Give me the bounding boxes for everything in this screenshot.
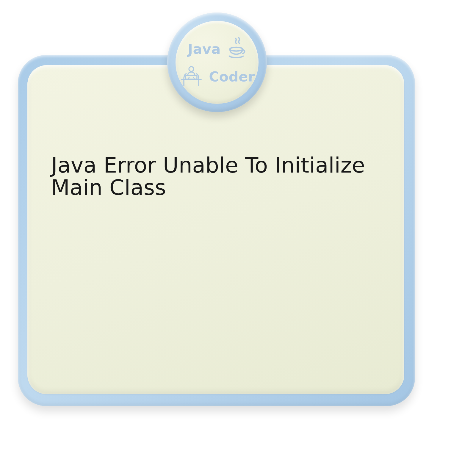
logo-badge: Java bbox=[167, 12, 267, 112]
logo-badge-inner: Java bbox=[176, 21, 259, 104]
logo-word-java: Java bbox=[188, 42, 221, 56]
svg-point-1 bbox=[189, 67, 194, 71]
logo-word-coder: Coder bbox=[209, 70, 255, 84]
developer-at-desk-icon bbox=[179, 65, 203, 88]
card-panel bbox=[27, 65, 404, 394]
svg-rect-3 bbox=[186, 76, 197, 79]
java-cup-icon bbox=[226, 37, 246, 61]
logo-row-bottom: Coder bbox=[179, 65, 255, 88]
canvas: Java bbox=[0, 0, 476, 476]
svg-point-0 bbox=[230, 47, 243, 51]
logo-row-top: Java bbox=[188, 37, 246, 61]
logo-content: Java bbox=[176, 21, 259, 104]
headline-text: Java Error Unable To Initialize Main Cla… bbox=[51, 154, 381, 199]
